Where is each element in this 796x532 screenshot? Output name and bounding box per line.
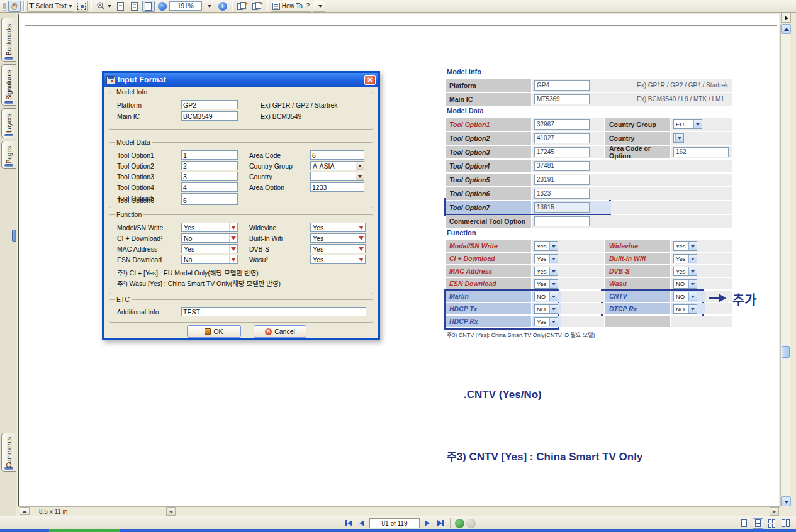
previous-page-button[interactable] bbox=[356, 518, 367, 529]
snapshot-tool-button[interactable] bbox=[76, 1, 88, 12]
tab-layers[interactable]: Layers bbox=[1, 108, 16, 138]
review-comment-button[interactable]: + bbox=[250, 1, 264, 12]
scroll-left-icon[interactable]: ◄ bbox=[166, 507, 176, 516]
widevine-dropdown[interactable]: Yes bbox=[310, 223, 366, 232]
chevron-down-icon[interactable] bbox=[549, 267, 558, 275]
row-value-input[interactable]: 162 bbox=[673, 147, 729, 157]
chevron-down-icon[interactable] bbox=[549, 292, 558, 301]
first-page-button[interactable] bbox=[343, 518, 354, 529]
yes-no-dropdown[interactable]: NO bbox=[673, 304, 697, 314]
platform-input[interactable] bbox=[181, 100, 238, 109]
yes-no-dropdown[interactable]: NO bbox=[673, 279, 697, 289]
area-code-input[interactable] bbox=[310, 150, 364, 160]
row-value-input[interactable]: GP4 bbox=[534, 80, 590, 91]
continuous-layout-button[interactable] bbox=[753, 518, 763, 529]
row-value-input[interactable]: 17245 bbox=[534, 147, 590, 157]
chevron-down-icon[interactable] bbox=[549, 305, 558, 313]
tool-option2-input[interactable] bbox=[181, 161, 238, 170]
chevron-down-icon[interactable] bbox=[357, 234, 365, 242]
chevron-down-icon[interactable] bbox=[356, 162, 364, 170]
chevron-down-icon[interactable] bbox=[69, 5, 72, 9]
scroll-down-icon[interactable] bbox=[781, 496, 791, 506]
chevron-down-icon[interactable] bbox=[688, 267, 697, 275]
toolbar-overflow-button[interactable] bbox=[781, 13, 791, 23]
chevron-down-icon[interactable] bbox=[688, 305, 697, 313]
row-value-input[interactable]: 32967 bbox=[534, 119, 590, 130]
chevron-down-icon[interactable] bbox=[229, 234, 237, 242]
toolbar-grip[interactable] bbox=[3, 2, 6, 11]
model-sn-write-dropdown[interactable]: Yes bbox=[181, 223, 238, 232]
yes-no-dropdown[interactable]: NO bbox=[534, 292, 558, 301]
tool-option6-input[interactable] bbox=[181, 196, 238, 205]
chevron-down-icon[interactable] bbox=[229, 223, 237, 231]
fit-page-button[interactable] bbox=[128, 1, 141, 12]
built-in-wifi-dropdown[interactable]: Yes bbox=[310, 233, 366, 243]
chevron-down-icon[interactable] bbox=[688, 280, 697, 288]
scroll-up-icon[interactable] bbox=[781, 24, 791, 34]
zoom-in-button[interactable]: + bbox=[216, 1, 229, 12]
yes-no-dropdown[interactable]: Yes bbox=[534, 241, 558, 251]
scrollbar-thumb[interactable] bbox=[782, 346, 790, 358]
yes-no-dropdown[interactable]: EU bbox=[673, 119, 702, 129]
chevron-down-icon[interactable] bbox=[357, 255, 365, 263]
chevron-down-icon[interactable] bbox=[108, 5, 111, 9]
yes-no-dropdown[interactable]: NO bbox=[534, 304, 558, 314]
tab-comments[interactable]: Comments bbox=[1, 433, 16, 472]
last-page-button[interactable] bbox=[435, 518, 446, 529]
dvb-s-dropdown[interactable]: Yes bbox=[310, 244, 366, 253]
chevron-down-icon[interactable] bbox=[549, 242, 558, 250]
cancel-button[interactable]: ✕ Cancel bbox=[254, 325, 306, 338]
yes-no-dropdown[interactable]: Yes bbox=[534, 254, 558, 263]
continuous-facing-layout-button[interactable] bbox=[766, 518, 777, 529]
how-to-button[interactable]: How To..? bbox=[271, 1, 311, 12]
facing-layout-button[interactable] bbox=[780, 518, 791, 529]
chevron-down-icon[interactable] bbox=[693, 120, 702, 128]
tab-bookmarks[interactable]: Bookmarks bbox=[1, 18, 16, 62]
pane-splitter-handle[interactable] bbox=[12, 230, 16, 242]
next-page-button[interactable] bbox=[422, 518, 433, 529]
next-view-button[interactable]: → bbox=[466, 519, 476, 528]
row-value-input[interactable]: 41027 bbox=[534, 133, 590, 143]
yes-no-dropdown[interactable]: Yes bbox=[534, 317, 558, 326]
pane-resize-button[interactable]: ◂▸ bbox=[20, 507, 30, 515]
dialog-title-bar[interactable]: Input Format ✕ bbox=[104, 73, 378, 87]
actual-size-button[interactable] bbox=[115, 1, 127, 12]
chevron-down-icon[interactable] bbox=[675, 134, 683, 142]
select-text-button[interactable]: T Select Text bbox=[27, 1, 74, 12]
how-to-dropdown-button[interactable] bbox=[313, 1, 325, 12]
ok-button[interactable]: OK bbox=[187, 325, 241, 338]
page-number-field[interactable]: 81 of 119 bbox=[369, 518, 420, 528]
chevron-down-icon[interactable] bbox=[229, 245, 237, 253]
row-value-input[interactable]: MT5369 bbox=[534, 94, 590, 104]
yes-no-dropdown[interactable]: Yes bbox=[673, 267, 697, 276]
wasu-dropdown[interactable]: Yes bbox=[310, 255, 366, 264]
zoom-out-button[interactable]: − bbox=[156, 1, 169, 12]
yes-no-dropdown[interactable]: Yes bbox=[534, 267, 558, 276]
chevron-down-icon[interactable] bbox=[549, 318, 558, 326]
zoom-dropdown-button[interactable] bbox=[203, 1, 215, 12]
yes-no-dropdown[interactable]: Yes bbox=[673, 254, 697, 263]
chevron-down-icon[interactable] bbox=[549, 280, 558, 288]
zoom-level-field[interactable]: 191% bbox=[169, 1, 202, 11]
chevron-down-icon[interactable] bbox=[549, 255, 558, 263]
close-icon[interactable]: ✕ bbox=[364, 75, 376, 85]
scroll-right-icon[interactable]: ► bbox=[770, 507, 779, 516]
country-group-dropdown[interactable]: A-ASIA bbox=[310, 161, 364, 170]
row-value-input[interactable] bbox=[534, 216, 590, 226]
additional-info-input[interactable] bbox=[181, 307, 366, 316]
tool-option4-input[interactable] bbox=[181, 182, 238, 192]
chevron-down-icon[interactable] bbox=[356, 172, 364, 180]
ci-download-dropdown[interactable]: No bbox=[181, 233, 238, 243]
row-value-input[interactable]: 37481 bbox=[534, 161, 590, 171]
row-value-input[interactable]: 23191 bbox=[534, 175, 590, 185]
area-option-input[interactable] bbox=[310, 182, 364, 192]
tab-pages[interactable]: Pages bbox=[1, 141, 16, 169]
chevron-down-icon[interactable] bbox=[688, 292, 697, 301]
create-pdf-button[interactable]: + bbox=[235, 1, 249, 12]
yes-no-dropdown[interactable]: Yes bbox=[534, 279, 558, 289]
yes-no-dropdown[interactable]: Yes bbox=[673, 241, 697, 251]
main-ic-input[interactable] bbox=[181, 111, 238, 121]
row-value-input[interactable]: 1323 bbox=[534, 189, 590, 199]
tab-signatures[interactable]: Signatures bbox=[1, 64, 16, 106]
yes-no-dropdown[interactable]: NO bbox=[673, 292, 697, 301]
